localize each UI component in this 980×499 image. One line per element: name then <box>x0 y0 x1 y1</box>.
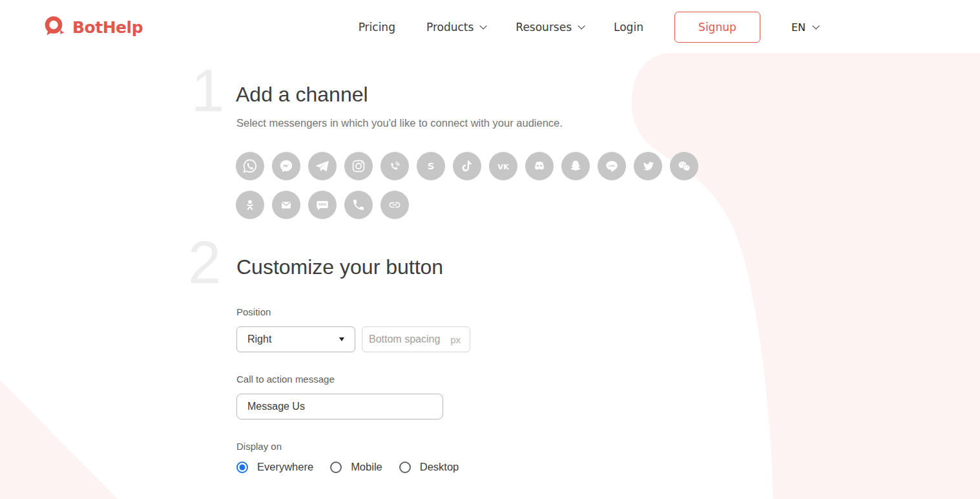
radio-selected-icon[interactable] <box>236 462 248 473</box>
radio-option-label: Desktop <box>420 461 459 473</box>
display-on-radio-group: EverywhereMobileDesktop <box>236 461 459 473</box>
channel-icon-messenger[interactable] <box>272 152 300 180</box>
step-2-number: 2 <box>188 233 221 292</box>
cta-message-input[interactable] <box>236 394 443 419</box>
step-1-number: 1 <box>191 61 224 120</box>
channel-icon-phone[interactable] <box>344 191 373 219</box>
chevron-down-icon <box>578 22 585 29</box>
nav-pricing[interactable]: Pricing <box>359 21 395 34</box>
bothelp-logo-icon <box>41 14 68 41</box>
channel-icon-line[interactable]: LINE <box>598 152 626 180</box>
svg-text:S: S <box>428 160 435 171</box>
position-select[interactable]: Right <box>236 326 355 352</box>
header: BotHelp Pricing Products Resourses Login… <box>0 0 980 54</box>
nav-login[interactable]: Login <box>614 21 643 34</box>
logo-text: BotHelp <box>72 18 143 37</box>
chevron-down-icon <box>480 22 487 29</box>
radio-option-desktop[interactable]: Desktop <box>399 461 459 473</box>
channel-icons: SVKLINESMS <box>236 152 698 219</box>
channel-icon-tiktok[interactable] <box>453 152 481 180</box>
channel-icon-twitter[interactable] <box>634 152 662 180</box>
channel-icon-row: SMS <box>236 191 698 219</box>
position-select-value: Right <box>247 334 271 345</box>
channel-icon-sms[interactable]: SMS <box>308 191 337 219</box>
channel-icon-instagram[interactable] <box>344 152 373 180</box>
channel-icon-odnoklassniki[interactable] <box>236 191 264 219</box>
cta-label: Call to action message <box>236 374 335 385</box>
step-2-title: Customize your button <box>236 255 443 279</box>
channel-icon-skype[interactable]: S <box>417 152 445 180</box>
step-1-subtitle: Select messengers in which you'd like to… <box>236 117 563 129</box>
radio-unselected-icon[interactable] <box>399 462 411 473</box>
bottom-spacing-unit: px <box>450 334 461 345</box>
select-caret-icon <box>339 337 344 341</box>
radio-option-mobile[interactable]: Mobile <box>330 461 382 473</box>
channel-icon-whatsapp[interactable] <box>236 152 264 180</box>
radio-option-everywhere[interactable]: Everywhere <box>236 461 313 473</box>
bottom-spacing-field: px <box>362 326 470 352</box>
nav-products[interactable]: Products <box>426 21 485 34</box>
position-label: Position <box>236 306 271 317</box>
channel-icon-link[interactable] <box>381 191 409 219</box>
main-content: 1 Add a channel Select messengers in whi… <box>0 0 980 499</box>
radio-option-label: Mobile <box>351 461 382 473</box>
main-nav: Pricing Products Resourses Login Signup … <box>359 12 817 43</box>
bottom-spacing-input[interactable] <box>369 334 448 345</box>
svg-text:SMS: SMS <box>318 202 327 206</box>
bothelp-widget-setup-page: { "colors": { "accent": "#e2574c", "pink… <box>0 0 980 499</box>
signup-button[interactable]: Signup <box>674 12 760 43</box>
svg-text:VK: VK <box>497 162 510 171</box>
step-1-title: Add a channel <box>236 83 368 107</box>
channel-icon-row: SVKLINE <box>236 152 698 180</box>
radio-option-label: Everywhere <box>257 461 313 473</box>
chevron-down-icon <box>812 22 819 29</box>
channel-icon-viber[interactable] <box>381 152 409 180</box>
channel-icon-discord[interactable] <box>525 152 554 180</box>
radio-unselected-icon[interactable] <box>330 462 342 473</box>
language-selector[interactable]: EN <box>791 21 817 34</box>
svg-text:LINE: LINE <box>609 164 615 167</box>
nav-resourses[interactable]: Resourses <box>516 21 583 34</box>
display-on-label: Display on <box>236 441 282 452</box>
language-label: EN <box>791 21 806 34</box>
channel-icon-snapchat[interactable] <box>561 152 590 180</box>
channel-icon-email[interactable] <box>272 191 300 219</box>
channel-icon-wechat[interactable] <box>670 152 698 180</box>
channel-icon-vk[interactable]: VK <box>489 152 517 180</box>
logo[interactable]: BotHelp <box>41 14 143 41</box>
channel-icon-telegram[interactable] <box>308 152 337 180</box>
